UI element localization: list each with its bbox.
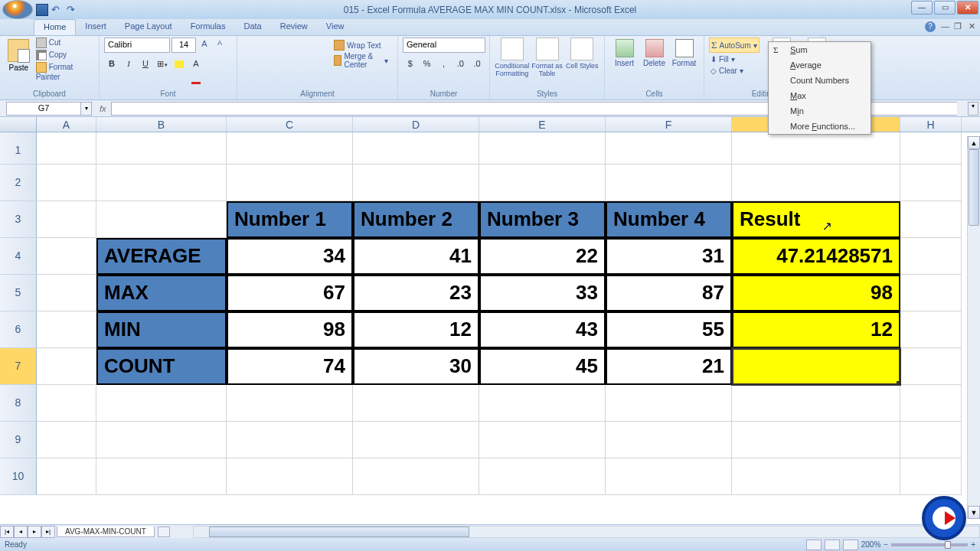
cell-b1[interactable] (96, 132, 227, 165)
cell-g7[interactable] (732, 348, 900, 385)
align-center-icon[interactable] (259, 56, 274, 71)
shrink-font-icon[interactable]: A (213, 38, 227, 52)
cut-button[interactable]: Cut (36, 37, 94, 48)
undo-icon[interactable] (51, 4, 64, 16)
autosum-menu-max[interactable]: Max (769, 88, 871, 103)
cell-styles-button[interactable]: Cell Styles (564, 37, 599, 77)
comma-button[interactable]: , (436, 56, 452, 71)
cell-d4[interactable]: 41 (353, 238, 479, 275)
zoom-level[interactable]: 200% (861, 540, 881, 549)
cell-c5[interactable]: 67 (227, 275, 353, 311)
view-normal-icon[interactable] (806, 540, 822, 550)
tab-home[interactable]: Home (34, 19, 76, 35)
cell-d1[interactable] (353, 132, 479, 165)
tab-data[interactable]: Data (234, 19, 270, 35)
row-header-10[interactable]: 10 (0, 458, 37, 495)
sheet-tab-active[interactable]: AVG-MAX-MIN-COUNT (57, 527, 155, 537)
insert-cells-button[interactable]: Insert (609, 37, 639, 67)
autosum-menu-count[interactable]: Count Numbers (769, 73, 871, 88)
autosum-menu-more[interactable]: More Functions... (769, 119, 871, 134)
sheet-nav-prev-icon[interactable]: ◂ (14, 526, 28, 538)
help-icon[interactable]: ? (925, 21, 936, 32)
cell-e3[interactable]: Number 3 (479, 201, 606, 238)
font-size-select[interactable]: 14 (172, 37, 196, 53)
new-sheet-icon[interactable] (158, 527, 170, 537)
delete-cells-button[interactable]: Delete (639, 37, 669, 67)
paste-button[interactable]: Paste (5, 37, 33, 81)
col-header-d[interactable]: D (353, 117, 479, 132)
cell-f5[interactable]: 87 (606, 275, 732, 311)
office-button[interactable] (2, 0, 33, 19)
cell-f3[interactable]: Number 4 (606, 201, 732, 238)
cell-e7[interactable]: 45 (479, 348, 606, 385)
row-header-9[interactable]: 9 (0, 422, 37, 458)
cell-g5[interactable]: 98 (732, 275, 900, 311)
play-button-overlay[interactable] (922, 496, 966, 540)
cell-e5[interactable]: 33 (479, 275, 606, 311)
horizontal-scrollbar[interactable] (193, 526, 980, 538)
cell-f7[interactable]: 21 (606, 348, 732, 385)
scroll-up-icon[interactable]: ▲ (968, 136, 980, 149)
decrease-decimal-button[interactable]: .0 (469, 56, 485, 71)
zoom-out-icon[interactable]: − (884, 540, 888, 549)
cell-g6[interactable]: 12 (732, 311, 900, 348)
cell-g3[interactable]: Result (732, 201, 900, 238)
bold-button[interactable]: B (104, 56, 119, 71)
cell-f1[interactable] (606, 132, 732, 165)
format-as-table-button[interactable]: Format as Table (530, 37, 565, 77)
cell-e6[interactable]: 43 (479, 311, 606, 348)
col-header-a[interactable]: A (37, 117, 96, 132)
cell-f6[interactable]: 55 (606, 311, 732, 348)
cell-b5[interactable]: MAX (96, 275, 227, 311)
workbook-close-button[interactable]: ✕ (969, 21, 975, 31)
cell-d5[interactable]: 23 (353, 275, 479, 311)
increase-indent-icon[interactable] (309, 56, 325, 71)
cell-b6[interactable]: MIN (96, 311, 227, 348)
tab-review[interactable]: Review (271, 19, 317, 35)
redo-icon[interactable] (67, 4, 79, 16)
cell-e1[interactable] (479, 132, 606, 165)
number-format-select[interactable]: General (403, 37, 485, 53)
grow-font-icon[interactable]: A (198, 38, 211, 52)
row-header-3[interactable]: 3 (0, 201, 37, 238)
save-icon[interactable] (36, 4, 48, 16)
font-name-select[interactable]: Calibri (104, 37, 170, 53)
align-left-icon[interactable] (242, 56, 257, 71)
percent-button[interactable]: % (420, 56, 435, 71)
fill-button[interactable]: ⬇ Fill ▾ (709, 54, 760, 64)
row-header-8[interactable]: 8 (0, 385, 37, 422)
zoom-in-icon[interactable]: + (971, 540, 975, 549)
cell-g4[interactable]: 47.21428571 (732, 238, 900, 275)
cell-c4[interactable]: 34 (227, 238, 353, 275)
row-header-6[interactable]: 6 (0, 311, 37, 348)
select-all-corner[interactable] (0, 117, 37, 132)
autosum-menu-sum[interactable]: Sum (769, 42, 871, 57)
workbook-restore-button[interactable]: ❐ (954, 21, 962, 31)
tab-view[interactable]: View (317, 19, 354, 35)
name-box[interactable]: G7 (6, 102, 81, 116)
view-page-break-icon[interactable] (843, 540, 858, 550)
fx-icon[interactable]: fx (100, 104, 106, 113)
italic-button[interactable]: I (121, 56, 136, 71)
cell-c3[interactable]: Number 1 (227, 201, 353, 238)
cell-b7[interactable]: COUNT (96, 348, 227, 385)
zoom-slider[interactable] (891, 543, 968, 546)
row-header-2[interactable]: 2 (0, 165, 37, 201)
cell-e4[interactable]: 22 (479, 238, 606, 275)
font-color-button[interactable]: A (188, 56, 204, 71)
wrap-text-button[interactable]: Wrap Text (329, 37, 393, 53)
cell-b4[interactable]: AVERAGE (96, 238, 227, 275)
vertical-scrollbar[interactable]: ▲ ▼ (967, 136, 980, 519)
cell-c1[interactable] (227, 132, 353, 165)
currency-button[interactable]: $ (403, 56, 418, 71)
autosum-menu-average[interactable]: Average (769, 57, 871, 73)
cell-d6[interactable]: 12 (353, 311, 479, 348)
col-header-f[interactable]: F (606, 117, 732, 132)
col-header-b[interactable]: B (96, 117, 227, 132)
tab-insert[interactable]: Insert (76, 19, 116, 35)
increase-decimal-button[interactable]: .0 (452, 56, 468, 71)
cell-d3[interactable]: Number 2 (353, 201, 479, 238)
formula-bar-expand-icon[interactable]: ▾ (968, 102, 978, 116)
row-header-4[interactable]: 4 (0, 238, 37, 275)
cell-g1[interactable] (732, 132, 900, 165)
